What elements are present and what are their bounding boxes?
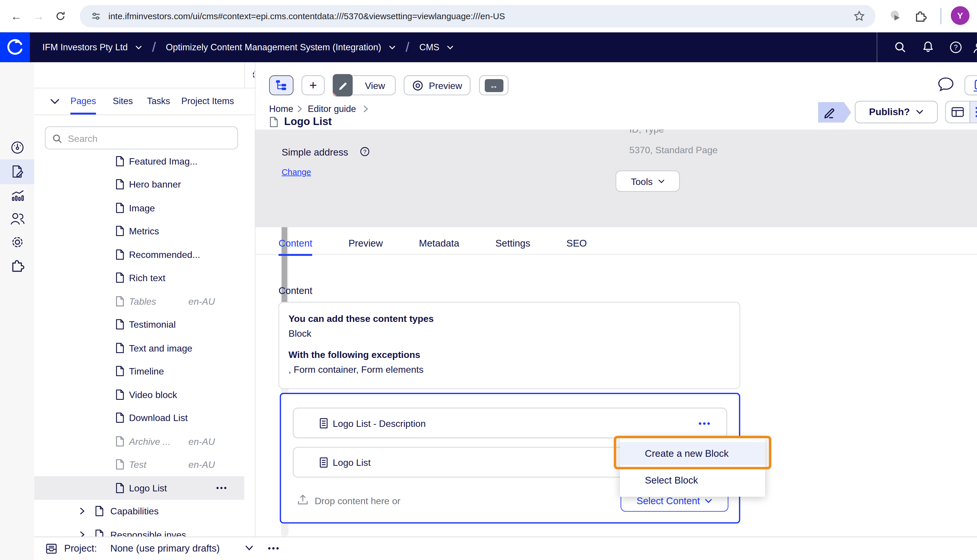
page-doc-icon xyxy=(269,116,279,128)
panel-tab-sites[interactable]: Sites xyxy=(113,88,133,113)
browser-refresh-button[interactable] xyxy=(55,10,66,22)
exceptions-value: , Form container, Form elements xyxy=(288,364,423,375)
product-switcher[interactable]: Optimizely Content Management System (In… xyxy=(166,42,381,52)
tree-item-testimonial[interactable]: Testimonial xyxy=(34,313,244,336)
compare-button[interactable]: ↔ xyxy=(479,75,509,95)
project-value[interactable]: None (use primary drafts) xyxy=(110,543,220,554)
content-section-label: Content xyxy=(279,285,312,297)
search-icon[interactable] xyxy=(893,40,907,53)
tree-item-text-and-image[interactable]: Text and image xyxy=(34,336,244,359)
panel-tab-project-items[interactable]: Project Items xyxy=(181,88,234,113)
content-edit-icon[interactable] xyxy=(0,159,34,184)
browser-forward-button[interactable]: → xyxy=(31,9,46,23)
users-icon[interactable] xyxy=(0,206,34,231)
notifications-bell-icon[interactable] xyxy=(922,40,935,53)
allowed-types-card: You can add these content types Block Wi… xyxy=(279,302,740,389)
tree-item-test[interactable]: Testen-AU xyxy=(34,453,244,476)
panel-tab-pages[interactable]: Pages xyxy=(70,88,96,115)
compare-arrows-icon: ↔ xyxy=(485,79,503,92)
search-box xyxy=(45,127,238,150)
extensions-puzzle-icon[interactable] xyxy=(914,9,927,22)
url-bar[interactable]: inte.ifminvestors.com/ui/cms#context=epi… xyxy=(80,5,875,27)
preview-button[interactable]: Preview xyxy=(404,75,470,95)
project-inbox-icon xyxy=(45,542,58,555)
add-content-button[interactable]: + xyxy=(301,75,325,95)
id-type-value: 5370, Standard Page xyxy=(629,145,718,155)
content-tab-settings[interactable]: Settings xyxy=(495,233,530,254)
search-input[interactable] xyxy=(67,128,231,150)
edit-mode-flag xyxy=(818,102,851,123)
content-tab-metadata[interactable]: Metadata xyxy=(419,233,459,254)
tree-item-metrics[interactable]: Metrics xyxy=(34,220,244,243)
browser-profile-avatar[interactable]: Y xyxy=(951,6,969,25)
chevron-down-icon xyxy=(447,45,454,50)
browser-divider xyxy=(940,8,942,25)
top-nav: IFM Investors Pty Ltd / Optimizely Conte… xyxy=(0,32,977,62)
comments-bubble-icon[interactable] xyxy=(937,76,955,92)
versions-button[interactable] xyxy=(964,75,977,95)
allowed-types-value: Block xyxy=(288,328,311,338)
tree-item-image[interactable]: Image xyxy=(34,196,244,219)
collapse-chevron-down-icon[interactable] xyxy=(50,98,60,104)
tree-item-download-list[interactable]: Download List xyxy=(34,406,244,430)
analytics-icon[interactable] xyxy=(0,183,34,208)
section-switcher[interactable]: CMS xyxy=(419,42,440,52)
content-tab-preview[interactable]: Preview xyxy=(348,233,383,254)
page-tree: Featured Imag...Hero bannerImageMetricsR… xyxy=(34,153,246,537)
browser-back-button[interactable]: ← xyxy=(9,9,23,23)
block-row-logo-list-description[interactable]: Logo List - Description••• xyxy=(293,408,727,438)
tree-item-rich-text[interactable]: Rich text xyxy=(34,266,244,289)
content-tab-seo[interactable]: SEO xyxy=(566,233,587,254)
dashboard-icon[interactable] xyxy=(0,135,34,160)
help-icon[interactable]: ? xyxy=(949,40,963,54)
tree-item-timeline[interactable]: Timeline xyxy=(34,359,244,383)
viewport: ← → inte.ifminvestors.com/ui/cms#context… xyxy=(0,0,977,560)
bookmark-star-icon[interactable] xyxy=(853,10,865,22)
layout-panel-icon[interactable] xyxy=(946,102,969,123)
tree-item-tables[interactable]: Tablesen-AU xyxy=(34,290,244,313)
help-circle-icon[interactable]: ? xyxy=(360,146,370,157)
site-settings-icon[interactable] xyxy=(91,11,101,21)
panel-tab-tasks[interactable]: Tasks xyxy=(147,88,170,113)
edit-view-icon[interactable] xyxy=(333,74,353,97)
nav-separator: / xyxy=(150,39,158,55)
addons-puzzle-icon[interactable] xyxy=(0,253,34,278)
tree-item-featured-imag[interactable]: Featured Imag... xyxy=(34,153,244,173)
left-panel: PagesSitesTasksProject Items Featured Im… xyxy=(34,62,256,537)
tree-item-language: en-AU xyxy=(181,296,215,306)
content-tab-content[interactable]: Content xyxy=(279,233,312,256)
breadcrumb-home[interactable]: Home xyxy=(269,104,293,114)
project-label: Project: xyxy=(64,543,97,554)
list-view-icon[interactable] xyxy=(969,102,977,123)
icon-rail xyxy=(0,62,34,560)
block-more-menu[interactable]: ••• xyxy=(698,418,711,428)
project-chevron-down-icon[interactable] xyxy=(245,545,254,551)
page-title: Logo List xyxy=(284,116,332,128)
tools-button[interactable]: Tools xyxy=(616,171,680,192)
project-more-menu[interactable]: ••• xyxy=(268,543,280,553)
settings-gear-icon[interactable] xyxy=(0,230,34,255)
tree-item-video-block[interactable]: Video block xyxy=(34,383,244,406)
org-switcher[interactable]: IFM Investors Pty Ltd xyxy=(42,42,128,52)
tree-item-responsible-inves[interactable]: Responsible inves... xyxy=(34,523,244,537)
svg-text:?: ? xyxy=(954,43,958,51)
page-tree-toggle-button[interactable] xyxy=(269,75,293,95)
meta-panel: ID, Type 5370, Standard Page Simple addr… xyxy=(256,129,977,227)
tree-item-logo-list[interactable]: Logo List••• xyxy=(34,476,244,500)
menu-item-select-block[interactable]: Select Block xyxy=(620,469,765,492)
tree-item-more-menu[interactable]: ••• xyxy=(216,483,228,492)
user-icon[interactable] xyxy=(972,40,977,54)
tree-item-hero-banner[interactable]: Hero banner xyxy=(34,173,244,196)
media-control-icon[interactable] xyxy=(889,9,903,23)
upload-icon xyxy=(296,494,309,506)
publish-button[interactable]: Publish? xyxy=(855,101,938,123)
breadcrumb-editor-guide[interactable]: Editor guide xyxy=(308,104,356,114)
exceptions-title: With the following exceptions xyxy=(288,349,420,360)
tree-item-recommended[interactable]: Recommended... xyxy=(34,243,244,266)
tree-item-archive[interactable]: Archive ...en-AU xyxy=(34,430,244,453)
chevron-down-icon xyxy=(136,45,142,50)
change-link[interactable]: Change xyxy=(282,167,311,177)
project-bar: Project: None (use primary drafts) ••• xyxy=(34,537,977,560)
chevron-right-icon xyxy=(297,105,302,113)
tree-item-capabilities[interactable]: Capabilities xyxy=(34,500,244,523)
